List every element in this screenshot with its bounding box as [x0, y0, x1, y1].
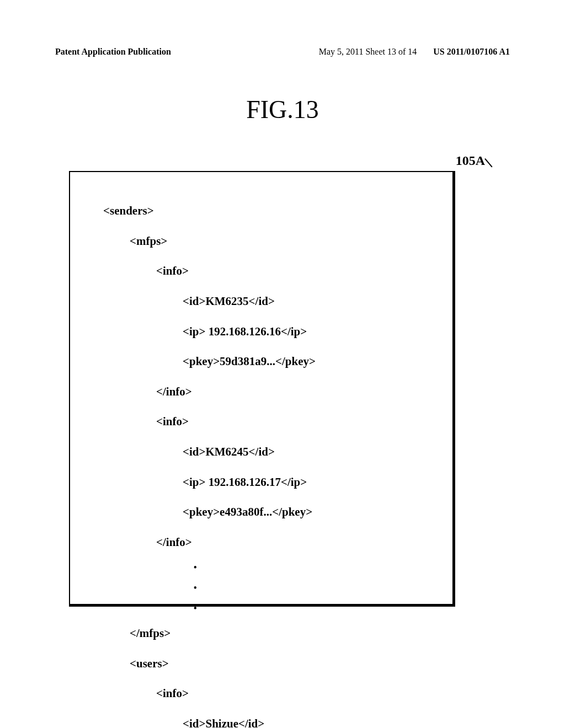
- reference-numeral: 105A: [456, 153, 485, 168]
- figure-title: FIG.13: [0, 95, 565, 124]
- leader-line: [485, 158, 493, 167]
- xml-line: <info>: [103, 414, 436, 429]
- xml-listing-box: <senders> <mfps> <info> <id>KM6235</id> …: [69, 171, 455, 607]
- xml-line: <ip> 192.168.126.17</ip>: [103, 475, 436, 490]
- header-publication-type: Patent Application Publication: [55, 47, 319, 57]
- xml-line: <id>KM6245</id>: [103, 445, 436, 459]
- xml-line: <ip> 192.168.126.16</ip>: [103, 324, 436, 339]
- xml-line: <mfps>: [103, 234, 436, 249]
- xml-line: </info>: [103, 535, 436, 550]
- xml-line: <users>: [103, 656, 436, 671]
- xml-line: <pkey>e493a80f...</pkey>: [103, 505, 436, 520]
- xml-line: <id>KM6235</id>: [103, 294, 436, 309]
- xml-line: <info>: [103, 686, 436, 701]
- xml-line: </info>: [103, 384, 436, 399]
- ellipsis-dot: •: [103, 606, 436, 611]
- xml-line: <pkey>59d381a9...</pkey>: [103, 354, 436, 369]
- xml-content: <senders> <mfps> <info> <id>KM6235</id> …: [103, 189, 436, 728]
- header-publication-number: US 2011/0107106 A1: [433, 47, 510, 57]
- xml-line: <info>: [103, 264, 436, 279]
- xml-line: <senders>: [103, 204, 436, 218]
- page-header: Patent Application Publication May 5, 20…: [0, 47, 565, 57]
- header-date-sheet: May 5, 2011 Sheet 13 of 14: [319, 47, 434, 57]
- xml-line: <id>Shizue</id>: [103, 716, 436, 728]
- xml-line: </mfps>: [103, 626, 436, 641]
- ellipsis-dot: •: [103, 565, 436, 570]
- ellipsis-dot: •: [103, 585, 436, 591]
